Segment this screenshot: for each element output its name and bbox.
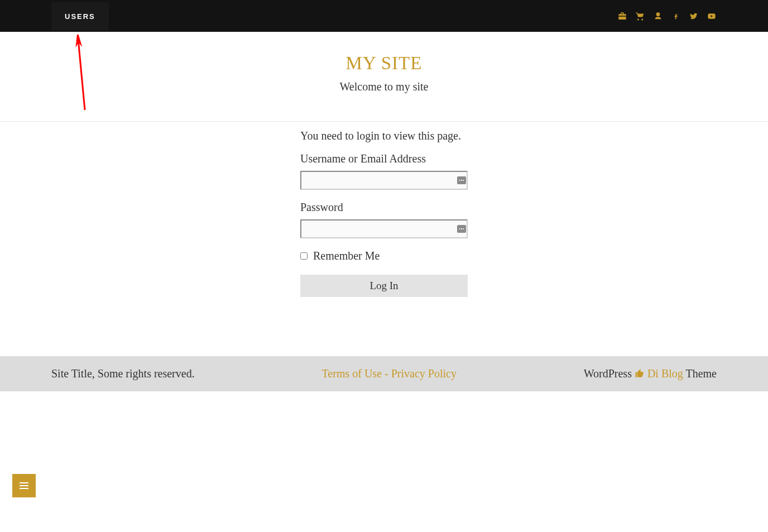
footer-theme: Theme (685, 367, 717, 380)
footer-wordpress: WordPress (584, 367, 635, 380)
cart-icon[interactable] (635, 11, 645, 21)
footer-center-links[interactable]: Terms of Use - Privacy Policy (322, 367, 457, 380)
youtube-icon[interactable] (707, 11, 717, 21)
username-field-wrap (300, 171, 468, 190)
remember-row: Remember Me (300, 250, 468, 262)
login-message: You need to login to view this page. (300, 130, 468, 142)
footer-right: WordPress Di Blog Theme (584, 367, 717, 380)
twitter-icon[interactable] (689, 11, 699, 21)
thumbs-up-icon (635, 368, 645, 378)
footer: Site Title, Some rights reserved. Terms … (0, 356, 768, 391)
facebook-icon[interactable] (671, 11, 681, 21)
topbar-left: USERS (51, 11, 109, 21)
remember-label: Remember Me (313, 250, 380, 262)
nav-users[interactable]: USERS (51, 2, 109, 31)
briefcase-icon[interactable] (617, 11, 627, 21)
login-form: You need to login to view this page. Use… (300, 130, 468, 297)
footer-diblog-link[interactable]: Di Blog (645, 367, 686, 380)
password-input[interactable] (300, 219, 468, 238)
remember-checkbox[interactable] (300, 252, 308, 260)
password-label: Password (300, 201, 468, 214)
user-icon[interactable] (653, 11, 663, 21)
password-manager-icon[interactable] (457, 225, 466, 233)
site-header: MY SITE Welcome to my site (0, 32, 768, 122)
login-button[interactable]: Log In (300, 275, 468, 297)
password-manager-icon[interactable] (457, 176, 466, 184)
main-content: You need to login to view this page. Use… (0, 122, 768, 356)
site-tagline: Welcome to my site (0, 80, 768, 93)
site-title[interactable]: MY SITE (0, 53, 768, 74)
footer-left: Site Title, Some rights reserved. (51, 367, 195, 380)
topbar-right (617, 11, 717, 21)
username-input[interactable] (300, 171, 468, 190)
password-field-wrap (300, 219, 468, 238)
username-label: Username or Email Address (300, 152, 468, 165)
topbar: USERS (0, 0, 768, 32)
